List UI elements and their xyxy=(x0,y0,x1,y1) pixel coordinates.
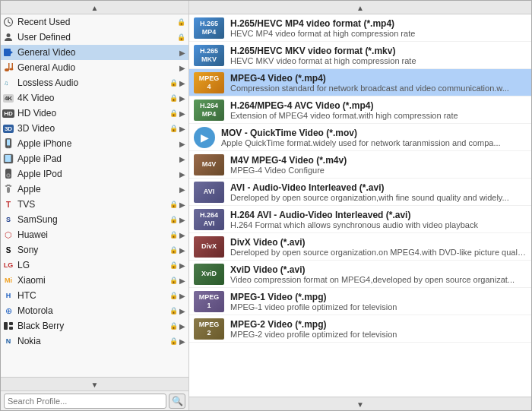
right-scroll-down-icon xyxy=(356,399,364,409)
left-list: Recent Used🔒User Defined🔒General Video▶G… xyxy=(1,14,188,377)
sidebar-item-label-samsung: SamSung xyxy=(17,214,168,225)
format-desc-divx: Dereloped by open source organization.on… xyxy=(230,248,527,257)
sidebar-item-lg[interactable]: LGLG🔒▶ xyxy=(1,258,188,273)
scroll-up-icon xyxy=(91,2,99,13)
format-details-m4v: M4V MPEG-4 Video (*.m4v)MPEG-4 Video Con… xyxy=(230,155,527,175)
lock-icon-lossless-audio: 🔒 xyxy=(169,79,178,87)
right-scroll-up[interactable] xyxy=(189,1,531,14)
format-item-hevc-mp4[interactable]: H.265 MP4H.265/HEVC MP4 video format (*.… xyxy=(189,14,531,42)
sidebar-item-apple-iphone[interactable]: Apple iPhone▶ xyxy=(1,136,188,151)
sidebar-item-hd-video[interactable]: HDHD Video🔒▶ xyxy=(1,106,188,121)
right-scroll-down[interactable] xyxy=(189,397,531,410)
format-item-m4v[interactable]: M4VM4V MPEG-4 Video (*.m4v)MPEG-4 Video … xyxy=(189,151,531,179)
lock-icon-motorola: 🔒 xyxy=(169,307,178,315)
format-details-hevc-mp4: H.265/HEVC MP4 video format (*.mp4)HEVC … xyxy=(230,18,527,38)
sidebar-item-general-video[interactable]: General Video▶ xyxy=(1,45,188,60)
svg-rect-7 xyxy=(12,63,14,69)
arrow-icon-lossless-audio: ▶ xyxy=(179,79,185,87)
format-item-divx[interactable]: DivXDivX Video (*.avi)Dereloped by open … xyxy=(189,233,531,261)
lock-icon-blackberry: 🔒 xyxy=(169,322,178,330)
lock-icon-xiaomi: 🔒 xyxy=(169,277,178,284)
format-name-h264-avi: H.264 AVI - Audio-Video Interleaved (*.a… xyxy=(230,210,527,220)
sidebar-item-label-motorola: Motorola xyxy=(17,305,168,316)
arrow-icon-huawei: ▶ xyxy=(179,231,185,239)
scroll-down-icon xyxy=(91,379,99,390)
arrow-icon-apple-ipad: ▶ xyxy=(179,155,185,163)
lock-icon-recent-used: 🔒 xyxy=(177,18,185,26)
sidebar-item-samsung[interactable]: SSamSung🔒▶ xyxy=(1,212,188,227)
sidebar-item-label-sony: Sony xyxy=(17,245,168,255)
left-scroll-up[interactable] xyxy=(1,1,188,14)
right-panel: H.265 MP4H.265/HEVC MP4 video format (*.… xyxy=(189,1,531,410)
format-item-h264-mp4[interactable]: H.264 MP4H.264/MPEG-4 AVC Video (*.mp4)E… xyxy=(189,96,531,124)
arrow-icon-hd-video: ▶ xyxy=(179,109,185,118)
arrow-icon-tvs: ▶ xyxy=(179,201,185,209)
search-button[interactable]: 🔍 xyxy=(169,394,185,409)
sidebar-item-label-blackberry: Black Berry xyxy=(17,321,168,331)
sidebar-item-sony[interactable]: SSony🔒▶ xyxy=(1,242,188,258)
sidebar-item-label-apple-iphone: Apple iPhone xyxy=(17,138,178,149)
recent-icon xyxy=(2,16,14,28)
lock-icon-lg: 🔒 xyxy=(169,261,178,269)
format-item-avi[interactable]: AVIAVI - Audio-Video Interleaved (*.avi)… xyxy=(189,179,531,206)
sidebar-item-recent-used[interactable]: Recent Used🔒 xyxy=(1,14,188,30)
motorola-icon: ⊕ xyxy=(2,305,14,317)
format-details-h264-mp4: H.264/MPEG-4 AVC Video (*.mp4)Extension … xyxy=(230,100,527,120)
format-details-mpeg1: MPEG-1 Video (*.mpg)MPEG-1 video profile… xyxy=(230,292,527,311)
sidebar-item-htc[interactable]: HHTC🔒▶ xyxy=(1,288,188,303)
sidebar-item-general-audio[interactable]: General Audio▶ xyxy=(1,60,188,75)
sidebar-item-label-hd-video: HD Video xyxy=(17,108,168,119)
lock-icon-4k-video: 🔒 xyxy=(169,94,178,102)
svg-rect-19 xyxy=(4,322,8,330)
format-name-divx: DivX Video (*.avi) xyxy=(230,237,527,248)
sidebar-item-lossless-audio[interactable]: ♫Lossless Audio🔒▶ xyxy=(1,75,188,90)
format-name-mpeg1: MPEG-1 Video (*.mpg) xyxy=(230,292,527,302)
format-name-avi: AVI - Audio-Video Interleaved (*.avi) xyxy=(230,182,527,193)
format-name-m4v: M4V MPEG-4 Video (*.m4v) xyxy=(230,155,527,166)
samsung-icon: S xyxy=(2,213,14,226)
format-item-hevc-mkv[interactable]: H.265 MKVH.265/HEVC MKV video format (*.… xyxy=(189,42,531,69)
arrow-icon-samsung: ▶ xyxy=(179,216,185,224)
format-item-xvid[interactable]: XviDXviD Video (*.avi)Video compression … xyxy=(189,261,531,288)
format-details-mpeg2: MPEG-2 Video (*.mpg)MPEG-2 video profile… xyxy=(230,319,527,339)
sidebar-item-huawei[interactable]: ⬡Huawei🔒▶ xyxy=(1,227,188,242)
format-desc-hevc-mkv: HEVC MKV video format at high compressio… xyxy=(230,56,527,65)
format-item-h264-avi[interactable]: H.264 AVIH.264 AVI - Audio-Video Interle… xyxy=(189,206,531,233)
tv-apple-icon xyxy=(2,183,14,195)
right-scroll-up-icon xyxy=(356,2,364,13)
hd-icon: HD xyxy=(2,107,14,119)
format-desc-mov: Apple QuickTime format.widely used for n… xyxy=(221,138,518,147)
arrow-icon-nokia: ▶ xyxy=(179,337,185,346)
format-icon-hevc-mkv: H.265 MKV xyxy=(194,45,224,66)
pad-icon xyxy=(2,153,14,165)
format-item-mov[interactable]: ▶MOV - QuickTime Video (*.mov)Apple Quic… xyxy=(189,124,531,151)
sidebar-item-4k-video[interactable]: 4K4K Video🔒▶ xyxy=(1,90,188,106)
sidebar-item-xiaomi[interactable]: MiXiaomi🔒▶ xyxy=(1,273,188,288)
format-details-mov: MOV - QuickTime Video (*.mov)Apple Quick… xyxy=(221,128,527,147)
format-item-mpeg4-mp4[interactable]: MPEG 4MPEG-4 Video (*.mp4)Compression st… xyxy=(189,69,531,96)
format-item-mpeg2[interactable]: MPEG 2MPEG-2 Video (*.mpg)MPEG-2 video p… xyxy=(189,315,531,343)
sidebar-item-blackberry[interactable]: Black Berry🔒▶ xyxy=(1,318,188,334)
search-input[interactable] xyxy=(4,394,166,409)
format-item-mpeg1[interactable]: MPEG 1MPEG-1 Video (*.mpg)MPEG-1 video p… xyxy=(189,288,531,315)
sidebar-item-user-defined[interactable]: User Defined🔒 xyxy=(1,30,188,45)
sidebar-item-apple-ipad[interactable]: Apple iPad▶ xyxy=(1,151,188,166)
phone-icon xyxy=(2,138,14,150)
format-desc-h264-mp4: Extension of MPEG4 video format.with hig… xyxy=(230,111,527,120)
general-video-icon xyxy=(2,46,14,58)
sidebar-item-nokia[interactable]: NNokia🔒▶ xyxy=(1,334,188,349)
arrow-icon-general-video: ▶ xyxy=(179,49,185,57)
arrow-icon-3d-video: ▶ xyxy=(179,125,185,133)
svg-marker-3 xyxy=(11,51,13,54)
svg-text:♫: ♫ xyxy=(4,80,8,87)
sidebar-item-apple[interactable]: Apple▶ xyxy=(1,182,188,197)
arrow-icon-blackberry: ▶ xyxy=(179,322,185,330)
arrow-icon-apple: ▶ xyxy=(179,185,185,194)
sidebar-item-tvs[interactable]: TTVS🔒▶ xyxy=(1,197,188,212)
sidebar-item-apple-ipod[interactable]: Apple IPod▶ xyxy=(1,166,188,182)
lock-icon-samsung: 🔒 xyxy=(169,216,178,223)
sidebar-item-3d-video[interactable]: 3D3D Video🔒▶ xyxy=(1,121,188,136)
sidebar-item-motorola[interactable]: ⊕Motorola🔒▶ xyxy=(1,303,188,318)
left-scroll-down[interactable] xyxy=(1,377,188,390)
format-icon-mpeg1: MPEG 1 xyxy=(194,291,224,312)
